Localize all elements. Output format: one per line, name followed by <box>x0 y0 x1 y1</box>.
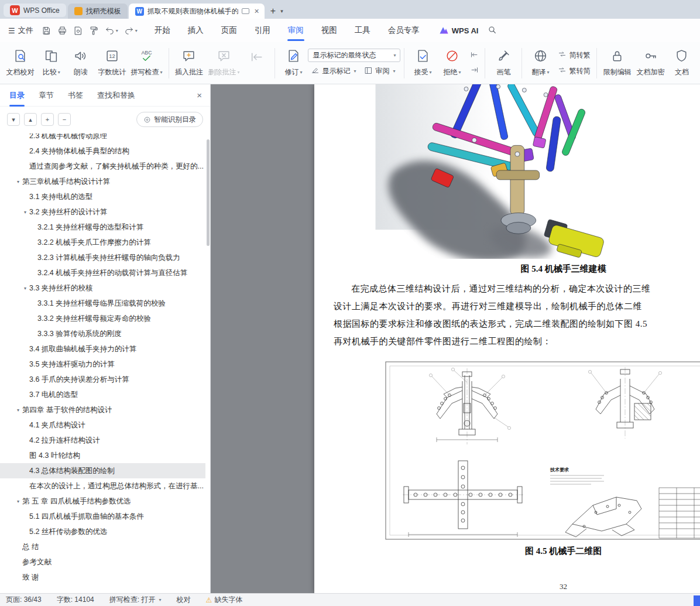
search-button[interactable] <box>488 25 497 36</box>
toc-item[interactable]: 3.3.2 夹持丝杆螺母额定寿命的校验 <box>0 311 205 326</box>
toc-item[interactable]: 3.1 夹持电机的选型 <box>0 189 205 204</box>
collapse-arrow-icon[interactable]: ▾ <box>14 408 22 413</box>
doc-permission-button[interactable]: 文档 <box>667 46 696 80</box>
close-tab-icon[interactable]: × <box>253 6 261 16</box>
toc-item[interactable]: 参考文献 <box>0 554 205 570</box>
print-preview-button[interactable] <box>71 24 85 37</box>
toc-item[interactable]: 4.2 拉升连杆结构设计 <box>0 433 205 448</box>
previous-revision-button[interactable] <box>468 50 481 61</box>
toc-item[interactable]: ▾第 五 章 四爪机械手结构参数优选 <box>0 494 205 509</box>
tab-member[interactable]: 会员专享 <box>379 19 428 42</box>
toc-item[interactable]: 3.6 手爪的夹持误差分析与计算 <box>0 372 205 387</box>
translate-button[interactable]: 翻译▾ <box>526 46 555 80</box>
toc-item[interactable]: 图 4.3 叶轮结构 <box>0 448 205 463</box>
accept-button[interactable]: 接受▾ <box>408 46 437 80</box>
spell-check-button[interactable]: ABC 拼写检查▾ <box>129 46 165 80</box>
redo-button[interactable]: ▾ <box>122 24 140 37</box>
word-count-button[interactable]: 12 字数统计 <box>95 46 129 80</box>
toc-item[interactable]: 致 谢 <box>0 570 205 585</box>
zoom-in-toc-button[interactable]: + <box>41 113 54 126</box>
toc-item[interactable]: 4.3 总体结构装配图的绘制 <box>0 463 205 478</box>
collapse-arrow-icon[interactable]: ▾ <box>14 179 22 184</box>
undo-button[interactable]: ▾ <box>102 24 121 37</box>
revision-button[interactable]: 修订▾ <box>279 46 308 80</box>
new-tab-button[interactable]: + <box>265 6 280 19</box>
show-marks-button[interactable]: 显示标记▾ <box>308 65 359 78</box>
toc-item[interactable]: 4.1 夹爪结构设计 <box>0 417 205 433</box>
next-revision-button[interactable] <box>468 65 481 77</box>
toc-item[interactable]: 3.7 电机的选型 <box>0 387 205 402</box>
save-button[interactable] <box>39 24 54 37</box>
traditional-to-simplified-button[interactable]: 繁转简 <box>555 64 593 77</box>
doc-proof-button[interactable]: 文档校对 <box>4 46 37 80</box>
docer-template-tab[interactable]: 找稻壳模板 <box>68 4 128 19</box>
marks-state-dropdown[interactable]: 显示标记的最终状态 ▾ <box>308 49 400 62</box>
sidebar-tab-bookmarks[interactable]: 书签 <box>68 84 83 107</box>
status-missing-font-warning[interactable]: ⚠ 缺失字体 <box>205 595 242 605</box>
compare-button[interactable]: 比较▾ <box>37 46 66 80</box>
file-menu[interactable]: ☰ 文件 <box>6 25 39 36</box>
toc-item[interactable]: 2.3 机械手机械传动原理 <box>0 133 205 143</box>
tab-tools[interactable]: 工具 <box>346 19 379 42</box>
toc-item[interactable]: 3.3.1 夹持丝杆螺母临界压缩载荷的校验 <box>0 296 205 311</box>
toc-item[interactable]: 在本次的设计上，通过构思总体结构形式，在进行基... <box>0 478 205 494</box>
simplified-to-traditional-button[interactable]: 简转繁 <box>555 49 593 61</box>
tab-insert[interactable]: 插入 <box>179 19 212 42</box>
toc-item[interactable]: ▾3.2 夹持丝杆的设计计算 <box>0 204 205 220</box>
toc-item[interactable]: ▾第三章机械手结构设计计算 <box>0 174 205 189</box>
toc-item[interactable]: 3.2.3 计算机械手夹持丝杆螺母的轴向负载力 <box>0 250 205 265</box>
toc-item[interactable]: 3.5 夹持连杆驱动力的计算 <box>0 357 205 372</box>
figure-2d-drawing-image[interactable]: 技术要求 <box>385 361 700 540</box>
tab-home[interactable]: 开始 <box>146 19 179 42</box>
toc-item[interactable]: 3.2.2 机械手夹爪工作摩擦力的计算 <box>0 235 205 250</box>
smart-toc-button[interactable]: 智能识别目录 <box>136 112 203 127</box>
eye-protect-icon[interactable] <box>242 8 249 14</box>
tab-reference[interactable]: 引用 <box>246 19 279 42</box>
review-panel-button[interactable]: 审阅▾ <box>361 65 398 78</box>
toc-item[interactable]: 2.4 夹持物体机械手典型的结构 <box>0 143 205 159</box>
tab-review[interactable]: 审阅 <box>279 19 313 42</box>
figure-3d-model-image[interactable] <box>375 84 644 259</box>
sidebar-scrollbar[interactable] <box>206 133 210 593</box>
reject-button[interactable]: 拒绝▾ <box>437 46 466 80</box>
toc-item[interactable]: 总 结 <box>0 539 205 554</box>
collapse-arrow-icon[interactable]: ▾ <box>14 499 22 504</box>
document-page[interactable]: 图 5.4 机械手三维建模 在完成总体三维结构设计后，通过对三维结构的分析，确定… <box>314 84 700 593</box>
toc-item[interactable]: ▾3.3 夹持丝杆的校核 <box>0 280 205 296</box>
print-button[interactable] <box>55 24 70 37</box>
toc-item[interactable]: 3.4 抓取曲轴机械手夹持力的计算 <box>0 341 205 357</box>
close-sidebar-icon[interactable]: × <box>197 90 202 100</box>
toc-item[interactable]: 3.2.4 机械手夹持丝杆的动载荷计算与直径估算 <box>0 265 205 280</box>
toc-item[interactable]: 通过查阅参考文献，了解夹持机械手的种类，更好的... <box>0 159 205 174</box>
delete-comment-button[interactable]: 删除批注▾ <box>205 46 242 80</box>
zoom-out-toc-button[interactable]: − <box>58 113 71 126</box>
toc-item[interactable]: 5.1 四爪机械手抓取曲轴的基本条件 <box>0 509 205 524</box>
toc-item[interactable]: ▾第四章 基于软件的结构设计 <box>0 402 205 417</box>
read-aloud-button[interactable]: 朗读 <box>66 46 95 80</box>
restrict-edit-button[interactable]: 限制编辑 <box>601 46 634 80</box>
toc-item[interactable]: 5.2 丝杆传动参数的优选 <box>0 524 205 539</box>
collapse-arrow-icon[interactable]: ▾ <box>21 210 29 215</box>
sidebar-tab-find-replace[interactable]: 查找和替换 <box>97 84 135 107</box>
toc-item[interactable]: 3.2.1 夹持丝杆螺母的选型和计算 <box>0 220 205 235</box>
tab-list-chevron-icon[interactable]: ▾ <box>280 8 287 19</box>
wps-home-tab[interactable]: W WPS Office <box>4 4 66 17</box>
tab-view[interactable]: 视图 <box>313 19 346 42</box>
document-tab[interactable]: W 抓取不规则表面物体机械手的 × <box>129 4 265 19</box>
expand-all-button[interactable]: ▴ <box>24 113 37 126</box>
status-proofread-button[interactable]: 校对 <box>176 595 190 605</box>
insert-comment-button[interactable]: 插入批注 <box>173 46 206 80</box>
wps-ai-button[interactable]: WPS AI <box>439 26 479 36</box>
collapse-arrow-icon[interactable]: ▾ <box>21 286 29 291</box>
toc-item[interactable]: 3.3.3 验算传动系统的刚度 <box>0 326 205 341</box>
tab-page[interactable]: 页面 <box>212 19 246 42</box>
format-painter-button[interactable] <box>87 24 101 37</box>
collapse-all-button[interactable]: ▾ <box>7 113 20 126</box>
sidebar-tab-toc[interactable]: 目录 <box>9 84 25 107</box>
sidebar-tab-chapters[interactable]: 章节 <box>39 84 54 107</box>
view-mode-button[interactable] <box>694 595 700 606</box>
scrollbar-thumb[interactable] <box>207 139 210 246</box>
doc-encrypt-button[interactable]: 文档加密 <box>634 46 667 80</box>
previous-comment-button[interactable] <box>242 47 271 79</box>
status-spellcheck-toggle[interactable]: 拼写检查: 打开 ▾ <box>109 595 162 605</box>
